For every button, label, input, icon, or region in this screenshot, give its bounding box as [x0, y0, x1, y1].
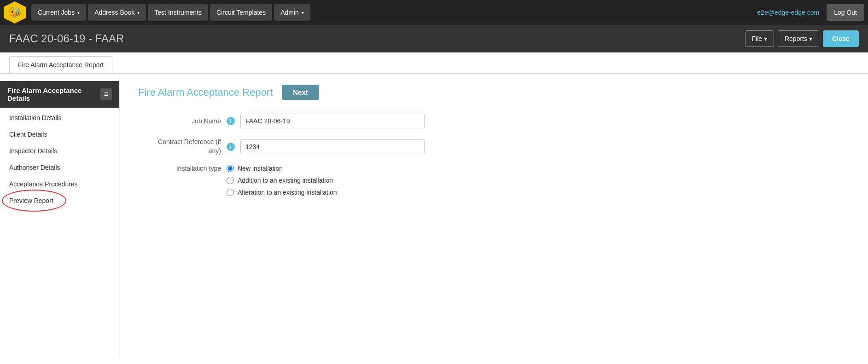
- sidebar-item-label: Inspector Details: [9, 147, 57, 155]
- header-buttons: File ▾ Reports ▾ Close: [745, 30, 859, 47]
- nav-circuit-templates[interactable]: Circuit Templates: [210, 4, 272, 21]
- chevron-down-icon: ▾: [77, 10, 80, 15]
- sidebar-item-label: Authoriser Details: [9, 164, 60, 171]
- sidebar-active-item[interactable]: Fire Alarm Acceptance Details ≡: [0, 81, 119, 108]
- hamburger-button[interactable]: ≡: [100, 88, 112, 100]
- report-header: Fire Alarm Acceptance Report Next: [138, 85, 850, 100]
- option-new-installation[interactable]: New installation: [227, 165, 337, 172]
- next-button[interactable]: Next: [282, 85, 319, 100]
- logout-button[interactable]: Log Out: [827, 4, 864, 21]
- file-button[interactable]: File ▾: [745, 30, 774, 47]
- sidebar-item-label: Client Details: [9, 131, 47, 138]
- logo: 🐝: [4, 1, 26, 23]
- sidebar-active-label: Fire Alarm Acceptance Details: [7, 87, 100, 102]
- chevron-down-icon: ▾: [302, 10, 304, 15]
- contract-ref-info-icon: i: [227, 143, 235, 151]
- top-nav: 🐝 Current Jobs ▾ Address Book ▾ Test Ins…: [0, 0, 868, 25]
- option-addition[interactable]: Addition to an existing installation: [227, 177, 337, 184]
- sidebar-item-label: Preview Report: [9, 197, 53, 204]
- job-name-label: Job Name: [138, 117, 221, 125]
- sidebar-item-label: Acceptance Procedures: [9, 180, 78, 188]
- sidebar-item-label: Installation Details: [9, 114, 62, 121]
- reports-button[interactable]: Reports ▾: [778, 30, 819, 47]
- tab-fire-alarm-acceptance-report[interactable]: Fire Alarm Acceptance Report: [9, 56, 112, 73]
- tab-bar: Fire Alarm Acceptance Report: [0, 52, 868, 74]
- main-layout: Fire Alarm Acceptance Details ≡ Installa…: [0, 74, 868, 358]
- installation-type-row: Installation type New installation Addit…: [138, 165, 850, 196]
- sidebar: Fire Alarm Acceptance Details ≡ Installa…: [0, 74, 120, 358]
- installation-type-label: Installation type: [138, 165, 221, 172]
- secondary-header: FAAC 20-06-19 - FAAR File ▾ Reports ▾ Cl…: [0, 25, 868, 52]
- chevron-down-icon: ▾: [137, 10, 140, 15]
- sidebar-item-installation-details[interactable]: Installation Details: [0, 110, 119, 126]
- close-button[interactable]: Close: [823, 30, 859, 47]
- sidebar-item-client-details[interactable]: Client Details: [0, 126, 119, 143]
- option-alteration-label: Alteration to an existing installation: [238, 189, 337, 196]
- contract-ref-input[interactable]: [240, 139, 425, 154]
- job-name-info-icon: i: [227, 117, 235, 125]
- radio-alteration[interactable]: [227, 189, 234, 196]
- contract-ref-row: Contract Reference (ifany) i: [138, 138, 850, 156]
- nav-admin-label: Admin: [280, 9, 299, 16]
- job-name-input[interactable]: [240, 114, 425, 128]
- nav-test-instruments[interactable]: Test Instruments: [148, 4, 208, 21]
- option-addition-label: Addition to an existing installation: [238, 177, 333, 184]
- option-new-installation-label: New installation: [238, 165, 283, 172]
- nav-circuit-templates-label: Circuit Templates: [216, 9, 266, 16]
- sidebar-item-acceptance-procedures[interactable]: Acceptance Procedures: [0, 176, 119, 192]
- installation-type-options: New installation Addition to an existing…: [227, 165, 337, 196]
- logo-icon: 🐝: [9, 6, 21, 18]
- contract-ref-label: Contract Reference (ifany): [138, 138, 221, 156]
- nav-current-jobs-label: Current Jobs: [38, 9, 75, 16]
- nav-test-instruments-label: Test Instruments: [154, 9, 202, 16]
- option-alteration[interactable]: Alteration to an existing installation: [227, 189, 337, 196]
- job-name-row: Job Name i: [138, 114, 850, 128]
- radio-new-installation[interactable]: [227, 165, 234, 172]
- page-title: FAAC 20-06-19 - FAAR: [9, 32, 745, 45]
- report-title: Fire Alarm Acceptance Report: [138, 87, 273, 98]
- user-email: e2e@edge-edge.com: [757, 9, 819, 16]
- sidebar-item-inspector-details[interactable]: Inspector Details: [0, 143, 119, 159]
- nav-address-book-label: Address Book: [94, 9, 134, 16]
- main-content: Fire Alarm Acceptance Report Next Job Na…: [120, 74, 868, 358]
- sidebar-item-preview-report[interactable]: Preview Report: [0, 192, 119, 209]
- radio-addition[interactable]: [227, 177, 234, 184]
- nav-current-jobs[interactable]: Current Jobs ▾: [31, 4, 86, 21]
- nav-address-book[interactable]: Address Book ▾: [88, 4, 146, 21]
- sidebar-item-authoriser-details[interactable]: Authoriser Details: [0, 159, 119, 176]
- nav-admin[interactable]: Admin ▾: [274, 4, 310, 21]
